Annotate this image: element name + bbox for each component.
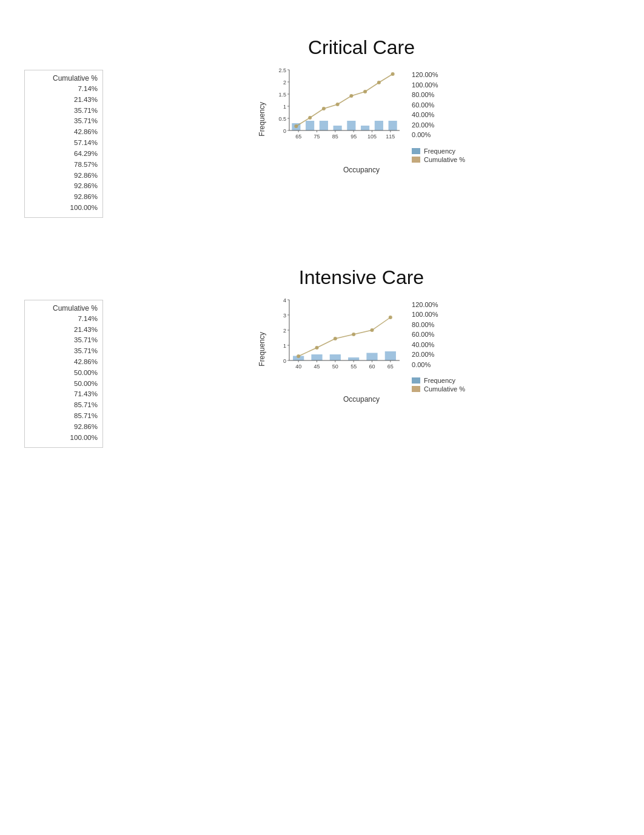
bar xyxy=(347,121,355,130)
legend: FrequencyCumulative % xyxy=(412,377,465,393)
legend-item: Frequency xyxy=(412,377,465,384)
y-axis-label: Frequency xyxy=(258,102,266,137)
svg-text:50: 50 xyxy=(332,363,338,370)
legend-item: Cumulative % xyxy=(412,385,465,393)
right-axis-value: 120.00% xyxy=(412,300,438,310)
right-axis-value: 40.00% xyxy=(412,340,434,350)
svg-text:95: 95 xyxy=(351,134,357,140)
right-axis-value: 60.00% xyxy=(412,330,434,340)
chart-area-intensive-care: Intensive CareFrequency43210404550556065… xyxy=(103,266,620,404)
right-axis-value: 20.00% xyxy=(412,120,434,130)
right-axis-values: 120.00%100.00%80.00%60.00%40.00%20.00%0.… xyxy=(412,70,438,140)
svg-text:0.5: 0.5 xyxy=(279,116,287,122)
bar xyxy=(348,357,359,360)
legend-label: Frequency xyxy=(424,147,455,155)
cum-value: 7.14% xyxy=(30,84,98,95)
svg-text:40: 40 xyxy=(295,363,301,370)
cum-dot xyxy=(363,90,367,93)
cum-value: 85.71% xyxy=(30,400,98,411)
svg-text:55: 55 xyxy=(351,363,357,370)
chart-title: Intensive Care xyxy=(299,266,424,289)
cum-value: 92.86% xyxy=(30,192,98,203)
cum-value: 100.00% xyxy=(30,433,98,444)
cum-value: 78.57% xyxy=(30,160,98,171)
cum-header: Cumulative % xyxy=(30,304,98,313)
bar xyxy=(361,126,369,130)
bar xyxy=(334,126,342,130)
cum-value: 35.71% xyxy=(30,116,98,127)
right-axis-value: 0.00% xyxy=(412,130,431,140)
svg-text:60: 60 xyxy=(369,363,375,370)
cum-dot xyxy=(334,337,337,340)
cum-value: 21.43% xyxy=(30,95,98,106)
legend: FrequencyCumulative % xyxy=(412,147,465,163)
bar xyxy=(366,353,377,360)
right-axis-value: 80.00% xyxy=(412,320,434,330)
cum-value: 42.86% xyxy=(30,357,98,368)
cum-dot xyxy=(371,328,374,332)
chart-inner: Frequency2.521.510.5065758595105115120.0… xyxy=(258,64,465,163)
cum-dot xyxy=(389,316,392,319)
chart-svg: 43210404550556065 xyxy=(272,294,406,379)
svg-text:0: 0 xyxy=(283,358,286,364)
svg-text:1.5: 1.5 xyxy=(279,92,287,98)
cum-dot xyxy=(352,333,355,336)
chart-svg: 2.521.510.5065758595105115 xyxy=(272,64,406,149)
right-axis-values: 120.00%100.00%80.00%60.00%40.00%20.00%0.… xyxy=(412,300,438,370)
svg-text:1: 1 xyxy=(283,104,286,110)
cum-value: 35.71% xyxy=(30,335,98,346)
cum-header: Cumulative % xyxy=(30,74,98,83)
chart-area-critical-care: Critical CareFrequency2.521.510.50657585… xyxy=(103,36,620,174)
cum-dot xyxy=(349,94,353,98)
legend-item: Cumulative % xyxy=(412,156,465,163)
cum-value: 71.43% xyxy=(30,389,98,400)
legend-color-box xyxy=(412,386,420,392)
legend-item: Frequency xyxy=(412,147,465,155)
legend-color-box xyxy=(412,148,420,154)
svg-text:2: 2 xyxy=(283,328,286,334)
cum-value: 50.00% xyxy=(30,379,98,390)
svg-text:2: 2 xyxy=(283,79,286,86)
cum-value: 85.71% xyxy=(30,411,98,422)
cum-value: 100.00% xyxy=(30,203,98,214)
svg-text:45: 45 xyxy=(314,363,320,370)
chart-section-critical-care: Cumulative %7.14%21.43%35.71%35.71%42.86… xyxy=(24,36,620,218)
y-axis-label: Frequency xyxy=(258,332,266,367)
right-axis-value: 100.00% xyxy=(412,309,438,320)
chart-svg-wrapper: 2.521.510.5065758595105115 xyxy=(272,64,406,151)
cum-value: 64.29% xyxy=(30,149,98,160)
legend-color-box xyxy=(412,157,420,163)
page-container: Cumulative %7.14%21.43%35.71%35.71%42.86… xyxy=(0,0,644,484)
chart-svg-wrapper: 43210404550556065 xyxy=(272,294,406,381)
cum-value: 7.14% xyxy=(30,314,98,325)
right-axis-value: 120.00% xyxy=(412,70,438,80)
svg-text:85: 85 xyxy=(332,134,338,140)
chart-inner: Frequency43210404550556065120.00%100.00%… xyxy=(258,294,465,393)
right-axis-value: 40.00% xyxy=(412,110,434,120)
right-axis-value: 60.00% xyxy=(412,100,434,110)
cum-value: 35.71% xyxy=(30,346,98,357)
right-section: 120.00%100.00%80.00%60.00%40.00%20.00%0.… xyxy=(412,70,465,163)
bar xyxy=(375,121,383,130)
bar xyxy=(330,354,341,360)
cum-dot xyxy=(294,124,298,128)
cum-value: 92.86% xyxy=(30,181,98,192)
right-section: 120.00%100.00%80.00%60.00%40.00%20.00%0.… xyxy=(412,300,465,393)
x-axis-label: Occupancy xyxy=(343,166,380,174)
chart-section-intensive-care: Cumulative %7.14%21.43%35.71%35.71%42.86… xyxy=(24,266,620,448)
bar xyxy=(311,354,322,360)
cum-table-intensive-care: Cumulative %7.14%21.43%35.71%35.71%42.86… xyxy=(24,300,103,448)
cum-dot xyxy=(322,107,326,110)
legend-color-box xyxy=(412,377,420,384)
cum-dot xyxy=(391,72,395,76)
cum-line xyxy=(298,317,391,356)
cum-value: 50.00% xyxy=(30,368,98,379)
legend-label: Frequency xyxy=(424,377,455,384)
svg-text:0: 0 xyxy=(283,128,286,134)
svg-text:75: 75 xyxy=(314,134,320,140)
cum-value: 57.14% xyxy=(30,138,98,149)
bar xyxy=(389,121,397,130)
cum-dot xyxy=(308,116,312,120)
svg-text:65: 65 xyxy=(387,363,394,370)
svg-text:105: 105 xyxy=(367,134,377,140)
